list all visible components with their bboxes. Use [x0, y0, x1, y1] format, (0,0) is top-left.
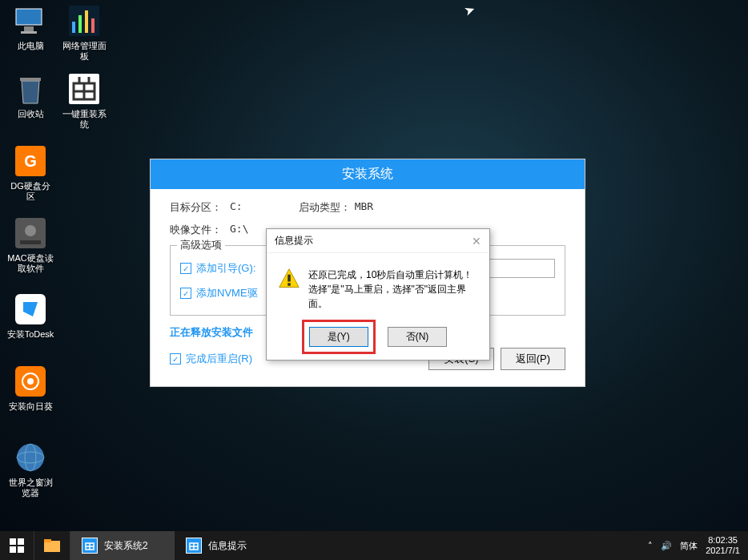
desktop-icon-todesk[interactable]: 安装ToDesk [6, 292, 54, 340]
mac-icon [14, 216, 47, 250]
dialog-title-text: 信息提示 [275, 234, 313, 248]
taskbar: 安装系统2 信息提示 ˄ 🔊 简体 8:02:35 2021/7/1 [0, 531, 748, 560]
windows-icon [10, 538, 24, 553]
image-label: 映像文件： [170, 223, 230, 237]
adv-title: 高级选项 [177, 238, 225, 252]
installer-title: 安装系统 [151, 159, 585, 189]
desktop-icon-computer[interactable]: 此电脑 [6, 4, 54, 51]
svg-rect-0 [16, 9, 42, 25]
system-tray: ˄ 🔊 简体 8:02:35 2021/7/1 [640, 531, 748, 560]
task-icon [186, 538, 202, 554]
svg-text:G: G [24, 152, 37, 170]
globe-icon [14, 441, 47, 474]
desktop-icon-browser[interactable]: 世界之窗浏览器 [6, 441, 54, 498]
taskbar-task-dialog[interactable]: 信息提示 [175, 531, 279, 560]
sunflower-icon [14, 365, 47, 398]
svg-rect-30 [18, 546, 24, 553]
dialog-message: 还原已完成，10秒后自动重启计算机！ 选择"是"马上重启，选择"否"返回主界面。 [308, 268, 478, 311]
svg-point-22 [17, 444, 44, 471]
svg-rect-17 [20, 240, 41, 244]
svg-rect-25 [288, 275, 291, 282]
svg-rect-29 [10, 546, 16, 553]
desktop-icon-mac[interactable]: MAC硬盘读取软件 [6, 216, 54, 274]
volume-icon[interactable]: 🔊 [661, 541, 672, 551]
svg-rect-7 [91, 18, 95, 33]
desktop-icon-reinstall[interactable]: 一键重装系统 [60, 72, 108, 130]
warning-icon [278, 268, 300, 290]
checkbox-nvme-label: 添加NVME驱 [196, 286, 258, 300]
svg-rect-6 [85, 10, 88, 33]
folder-icon [44, 539, 60, 552]
target-value: C: [230, 200, 243, 215]
image-value: G:\ [230, 223, 248, 237]
reinstall-icon [67, 72, 101, 106]
checkbox-restart[interactable]: ✓ [170, 353, 181, 365]
svg-rect-8 [20, 78, 41, 81]
desktop-icon-network-panel[interactable]: 网络管理面板 [60, 4, 108, 62]
svg-rect-26 [288, 283, 291, 286]
checkbox-nvme[interactable]: ✓ [180, 288, 191, 299]
svg-rect-27 [10, 538, 16, 545]
svg-rect-5 [78, 15, 82, 33]
task-icon [82, 538, 98, 554]
todesk-icon [14, 292, 47, 326]
boot-label: 启动类型： [299, 200, 355, 215]
cursor-icon: ➤ [462, 1, 477, 18]
panel-icon [67, 4, 101, 38]
svg-rect-32 [44, 539, 51, 542]
checkbox-boot-label: 添加引导(G): [196, 261, 255, 276]
svg-point-16 [25, 225, 36, 236]
taskbar-task-installer[interactable]: 安装系统2 [70, 531, 175, 560]
svg-point-21 [27, 378, 34, 385]
svg-rect-2 [21, 31, 37, 34]
clock[interactable]: 8:02:35 2021/7/1 [706, 535, 740, 556]
no-button[interactable]: 否(N) [388, 327, 448, 347]
ime-indicator[interactable]: 简体 [680, 540, 698, 552]
explorer-button[interactable] [34, 531, 70, 560]
tray-chevron-icon[interactable]: ˄ [648, 541, 653, 551]
svg-rect-4 [72, 22, 75, 33]
svg-rect-1 [24, 26, 34, 31]
back-button[interactable]: 返回(P) [501, 348, 565, 370]
recycle-icon [14, 72, 47, 106]
computer-icon [14, 4, 47, 38]
start-button[interactable] [0, 531, 34, 560]
desktop-icon-dg[interactable]: G DG硬盘分区 [6, 144, 54, 202]
desktop-icon-sunflower[interactable]: 安装向日葵 [6, 365, 54, 412]
close-icon[interactable]: ✕ [472, 235, 481, 248]
checkbox-boot[interactable]: ✓ [180, 263, 191, 274]
yes-button[interactable]: 是(Y) [309, 327, 368, 347]
dg-icon: G [14, 144, 47, 178]
target-label: 目标分区： [170, 200, 230, 215]
boot-value: MBR [355, 200, 373, 215]
svg-rect-28 [18, 538, 24, 545]
svg-rect-31 [44, 541, 60, 552]
info-dialog: 信息提示 ✕ 还原已完成，10秒后自动重启计算机！ 选择"是"马上重启，选择"否… [266, 228, 490, 361]
checkbox-restart-label: 完成后重启(R) [186, 352, 252, 366]
desktop-icon-recycle[interactable]: 回收站 [6, 72, 54, 119]
